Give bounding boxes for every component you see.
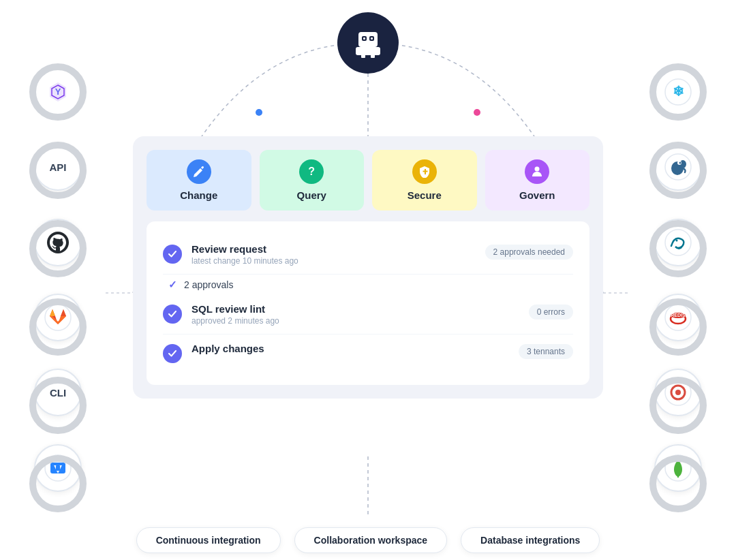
cockroach-icon <box>664 379 692 406</box>
bottom-labels: Continuous integration Collaboration wor… <box>0 527 736 553</box>
mongodb-icon <box>664 454 692 482</box>
sidebar-item-cockroach <box>654 369 702 416</box>
bytebase-icon <box>352 27 384 59</box>
checkmark-icon <box>168 249 177 259</box>
svg-text:Y: Y <box>55 87 61 97</box>
svg-rect-26 <box>363 37 365 40</box>
snowflake-icon: ❄ <box>664 78 692 106</box>
svg-rect-23 <box>371 54 375 58</box>
terraform-icon: Y <box>46 80 70 104</box>
svg-point-45 <box>676 239 678 241</box>
query-card[interactable]: ? Query <box>260 150 365 211</box>
bitbucket-icon <box>44 454 72 482</box>
center-logo <box>337 12 399 74</box>
cli-label: CLI <box>50 387 66 399</box>
query-icon: ? <box>299 159 324 184</box>
gitlab-icon <box>44 304 72 331</box>
svg-text:❄: ❄ <box>673 84 684 99</box>
api-label: API <box>49 161 66 173</box>
sql-review-badge: 0 errors <box>529 305 573 320</box>
svg-point-43 <box>679 162 681 164</box>
review-request-badge: 2 approvals needed <box>485 245 573 260</box>
change-label: Change <box>180 189 217 201</box>
sidebar-item-snowflake: ❄ <box>654 68 702 116</box>
review-panel: Review request latest change 10 minutes … <box>147 221 589 385</box>
checkmark-icon-3 <box>168 349 177 358</box>
change-icon <box>187 159 211 184</box>
apply-changes-title: Apply changes <box>191 343 509 354</box>
svg-point-4 <box>474 109 480 116</box>
secure-icon <box>412 159 437 184</box>
sidebar-item-bitbucket <box>34 444 82 492</box>
sidebar-item-mongodb <box>654 444 702 492</box>
scene: Y API CLI <box>0 0 736 560</box>
secure-card[interactable]: Secure <box>372 150 477 211</box>
govern-icon <box>525 159 549 184</box>
check-circle-review <box>163 245 182 264</box>
approvals-label: 2 approvals <box>184 279 233 290</box>
github-icon <box>46 230 70 255</box>
bottom-label-cw: Collaboration workspace <box>294 527 447 553</box>
sidebar-item-cli: CLI <box>34 369 82 416</box>
govern-card[interactable]: Govern <box>485 150 590 211</box>
sql-review-title: SQL review lint <box>191 303 519 315</box>
sql-review-row: SQL review lint approved 2 minutes ago 0… <box>163 295 573 335</box>
small-check-icon: ✓ <box>168 279 177 291</box>
sidebar-item-gitlab <box>34 294 82 341</box>
svg-point-55 <box>535 167 540 172</box>
sidebar-item-github <box>34 219 82 266</box>
svg-rect-22 <box>361 54 365 58</box>
apply-changes-row: Apply changes 3 tennants <box>163 335 573 371</box>
svg-point-44 <box>665 230 691 255</box>
sql-review-content: SQL review lint approved 2 minutes ago <box>191 303 519 326</box>
category-row: Change ? Query Secure <box>147 150 589 211</box>
postgres-icon <box>664 153 692 181</box>
check-circle-apply <box>163 344 182 363</box>
query-label: Query <box>297 189 326 201</box>
svg-point-2 <box>256 109 262 116</box>
check-circle-sql <box>163 305 182 324</box>
review-request-content: Review request latest change 10 minutes … <box>191 243 476 266</box>
svg-rect-21 <box>356 47 380 55</box>
review-request-subtitle: latest change 10 minutes ago <box>191 256 476 266</box>
review-request-row: Review request latest change 10 minutes … <box>163 235 573 275</box>
mysql-icon <box>664 229 692 256</box>
sql-review-subtitle: approved 2 minutes ago <box>191 316 519 326</box>
person-icon <box>531 166 543 178</box>
sidebar-item-mysql <box>654 219 702 266</box>
change-card[interactable]: Change <box>147 150 251 211</box>
svg-point-52 <box>675 390 681 395</box>
svg-rect-36 <box>56 465 60 471</box>
svg-point-32 <box>45 305 71 330</box>
left-sidebar: Y API CLI <box>14 55 102 505</box>
redis-icon: REDIS <box>664 304 692 331</box>
review-request-title: Review request <box>191 243 476 255</box>
main-panel: Change ? Query Secure <box>133 136 603 399</box>
svg-rect-27 <box>371 37 373 40</box>
shield-icon <box>418 166 431 178</box>
govern-label: Govern <box>519 189 555 201</box>
bottom-label-ci: Continuous integration <box>136 527 281 553</box>
sidebar-item-terraform: Y <box>34 68 82 116</box>
query-icon-text: ? <box>308 166 315 178</box>
svg-rect-20 <box>358 32 378 47</box>
secure-label: Secure <box>408 189 442 201</box>
sidebar-item-redis: REDIS <box>654 294 702 341</box>
apply-changes-content: Apply changes <box>191 343 509 354</box>
checkmark-icon-2 <box>168 309 177 319</box>
pencil-icon <box>193 166 205 178</box>
sidebar-item-postgres <box>654 143 702 191</box>
sidebar-item-api: API <box>34 143 82 191</box>
svg-text:REDIS: REDIS <box>671 313 686 317</box>
right-sidebar: ❄ <box>634 55 722 505</box>
apply-changes-badge: 3 tennants <box>519 344 573 359</box>
approvals-sub-row: ✓ 2 approvals <box>163 275 573 295</box>
bottom-label-di: Database integrations <box>461 527 600 553</box>
